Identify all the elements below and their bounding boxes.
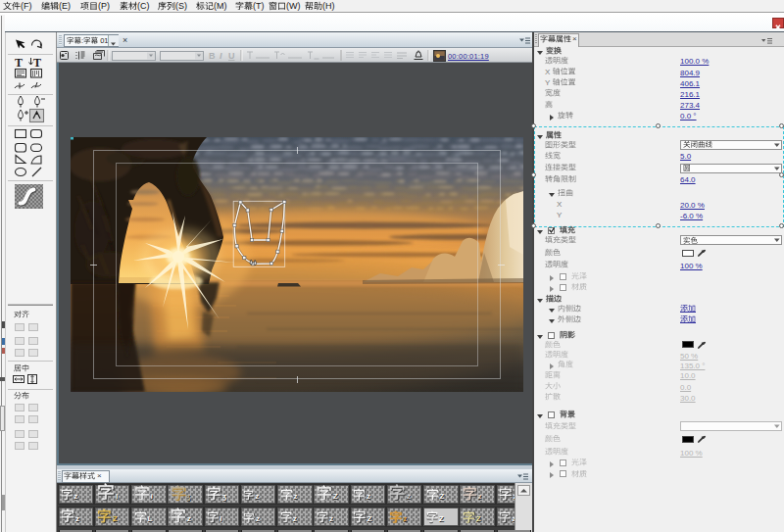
svg-text:(T): (T) (253, 1, 265, 11)
svg-text:(H): (H) (322, 1, 335, 11)
svg-text:(P): (P) (98, 1, 110, 11)
svg-text:(S): (S) (175, 1, 187, 11)
svg-text::: : (81, 36, 83, 45)
svg-text:B: B (209, 51, 216, 61)
svg-text:01: 01 (98, 36, 108, 45)
svg-text:(M): (M) (214, 1, 227, 11)
svg-text:(W): (W) (286, 1, 301, 11)
svg-text:Y: Y (545, 78, 553, 87)
svg-text:I: I (220, 51, 222, 61)
svg-text:(C): (C) (137, 1, 150, 11)
svg-text:X: X (545, 68, 553, 76)
svg-text:T: T (33, 56, 41, 70)
svg-text:T: T (15, 56, 23, 70)
svg-text:(F): (F) (21, 1, 32, 11)
svg-text:U: U (228, 51, 235, 61)
svg-text:(E): (E) (59, 1, 71, 11)
